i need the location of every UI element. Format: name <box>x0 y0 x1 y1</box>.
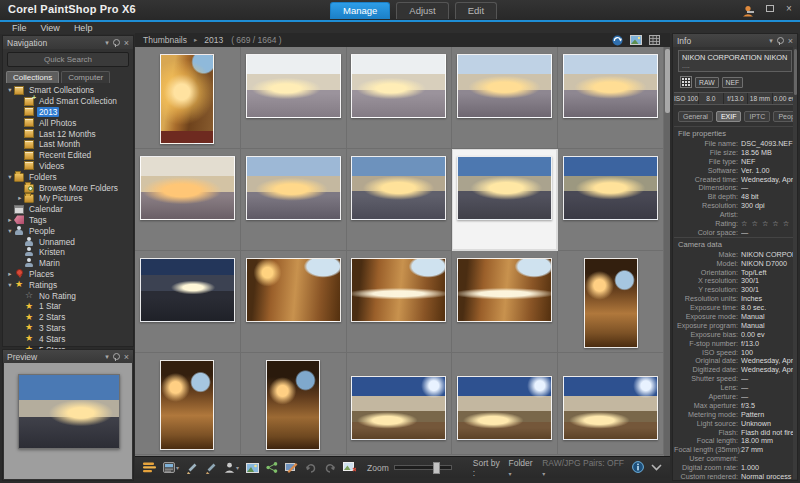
restore-button[interactable] <box>765 4 775 14</box>
close-icon[interactable]: × <box>788 37 793 45</box>
grid-cell-r3c3[interactable] <box>347 251 453 353</box>
grid-scrollbar[interactable] <box>664 47 670 456</box>
photo-thumbnail[interactable] <box>160 360 214 450</box>
tree-item-smart-collections[interactable]: ▾Smart Collections <box>3 85 133 96</box>
tree-item-marin[interactable]: Marin <box>3 258 133 269</box>
photo-thumbnail[interactable] <box>351 376 446 440</box>
tree-item-ratings[interactable]: ▾★Ratings <box>3 279 133 290</box>
tree-item-browse-more-folders[interactable]: Browse More Folders <box>3 182 133 193</box>
grid-cell-r2c2[interactable] <box>241 149 347 251</box>
tree-item-last-month[interactable]: Last Month <box>3 139 133 150</box>
people-tag-icon[interactable]: ▾ <box>224 462 239 473</box>
batch-process-icon[interactable] <box>285 462 298 473</box>
tree-item-places[interactable]: ▸Places <box>3 269 133 280</box>
info-scrollbar[interactable] <box>793 47 797 479</box>
grid-cell-r3c1[interactable] <box>135 251 241 353</box>
tree-item-unnamed[interactable]: Unnamed <box>3 236 133 247</box>
search-input[interactable]: Quick Search <box>7 52 129 67</box>
panel-menu-icon[interactable]: ▾ <box>769 37 773 44</box>
photo-thumbnail[interactable] <box>266 360 320 450</box>
photo-thumbnail[interactable] <box>351 156 446 220</box>
rotate-right-icon[interactable] <box>324 463 336 473</box>
preview-pane-icon[interactable]: ▾ <box>163 462 179 473</box>
tree-item-2-stars[interactable]: ★2 Stars <box>3 312 133 323</box>
tree-item-all-photos[interactable]: All Photos <box>3 117 133 128</box>
grid-cell-r2c5[interactable] <box>558 149 664 251</box>
grid-cell-r1c3[interactable] <box>347 47 453 149</box>
close-button[interactable]: × <box>784 4 794 14</box>
photo-thumbnail[interactable] <box>563 156 658 220</box>
close-icon[interactable]: × <box>124 353 129 361</box>
grid-cell-r1c4[interactable] <box>452 47 558 149</box>
info-tab-iptc[interactable]: IPTC <box>744 111 770 122</box>
photo-thumbnail[interactable] <box>246 258 341 322</box>
tree-item-people[interactable]: ▾People <box>3 225 133 236</box>
tree-item-my-pictures[interactable]: ▸My Pictures <box>3 193 133 204</box>
organizer-palette-icon[interactable] <box>143 462 156 473</box>
nav-tab-computer[interactable]: Computer <box>61 71 110 83</box>
rotate-left-icon[interactable] <box>305 463 317 473</box>
tree-item-kristen[interactable]: Kristen <box>3 247 133 258</box>
tree-item-calendar[interactable]: Calendar <box>3 204 133 215</box>
expander-icon[interactable]: ▾ <box>6 281 14 289</box>
pin-icon[interactable] <box>113 39 120 46</box>
tree-item-2013[interactable]: 2013 <box>3 107 133 118</box>
photo-thumbnail[interactable] <box>457 376 552 440</box>
grid-cell-r2c1[interactable] <box>135 149 241 251</box>
expander-icon[interactable]: ▸ <box>6 216 14 224</box>
thumbnail-mode-icon[interactable] <box>649 35 660 45</box>
breadcrumb-path[interactable]: 2013 <box>204 35 223 45</box>
expander-icon[interactable]: ▸ <box>6 270 14 278</box>
tree-item-tags[interactable]: ▸Tags <box>3 215 133 226</box>
pin-icon[interactable] <box>113 353 120 360</box>
collapse-chevron-icon[interactable] <box>651 463 662 473</box>
photo-thumbnail[interactable] <box>351 258 446 322</box>
photo-thumbnail[interactable] <box>457 156 552 220</box>
grid-cell-r1c2[interactable] <box>241 47 347 149</box>
preview-image[interactable] <box>18 374 120 449</box>
panel-menu-icon[interactable]: ▾ <box>105 353 109 360</box>
tree-item-1-star[interactable]: ★1 Star <box>3 301 133 312</box>
breadcrumb-root[interactable]: Thumbnails <box>143 35 187 45</box>
tree-item-recent-edited[interactable]: Recent Edited <box>3 150 133 161</box>
quick-review-pen2-icon[interactable] <box>205 462 217 474</box>
tab-adjust[interactable]: Adjust <box>396 2 448 19</box>
photo-thumbnail[interactable] <box>457 54 552 118</box>
tree-item-videos[interactable]: Videos <box>3 161 133 172</box>
info-tab-exif[interactable]: EXIF <box>716 111 742 122</box>
grid-cell-r4c3[interactable] <box>347 353 453 455</box>
grid-cell-r1c5[interactable] <box>558 47 664 149</box>
tree-item-3-stars[interactable]: ★3 Stars <box>3 323 133 334</box>
grid-cell-r3c2[interactable] <box>241 251 347 353</box>
panel-menu-icon[interactable]: ▾ <box>105 39 109 46</box>
tree-item-4-stars[interactable]: ★4 Stars <box>3 333 133 344</box>
grid-cell-r3c5[interactable] <box>558 251 664 353</box>
tree-item-last-12-months[interactable]: Last 12 Months <box>3 128 133 139</box>
grid-cell-r2c4[interactable] <box>452 149 558 251</box>
photo-thumbnail[interactable] <box>457 258 552 322</box>
grid-cell-r4c1[interactable] <box>135 353 241 455</box>
photo-thumbnail[interactable] <box>246 156 341 220</box>
grid-cell-r4c4[interactable] <box>452 353 558 455</box>
quick-review-pen-icon[interactable] <box>186 462 198 474</box>
minimize-button[interactable] <box>746 4 756 14</box>
grid-cell-r2c3[interactable] <box>347 149 453 251</box>
tab-edit[interactable]: Edit <box>455 2 497 19</box>
tab-manage[interactable]: Manage <box>330 2 390 19</box>
zoom-slider[interactable] <box>394 465 452 470</box>
grid-cell-r4c5[interactable] <box>558 353 664 455</box>
expander-icon[interactable]: ▸ <box>16 194 24 202</box>
photo-thumbnail[interactable] <box>246 54 341 118</box>
grid-cell-r1c1[interactable] <box>135 47 241 149</box>
grid-cell-r4c2[interactable] <box>241 353 347 455</box>
pin-icon[interactable] <box>777 37 784 44</box>
photo-thumbnail[interactable] <box>140 156 235 220</box>
expander-icon[interactable]: ▾ <box>6 86 14 94</box>
nav-tab-collections[interactable]: Collections <box>6 71 59 83</box>
grid-cell-r3c4[interactable] <box>452 251 558 353</box>
new-collection-icon[interactable] <box>343 462 356 473</box>
raw-jpg-pairs-dropdown[interactable]: RAW/JPG Pairs: OFF ▾ <box>542 458 627 478</box>
photo-thumbnail[interactable] <box>140 258 235 322</box>
tree-item-no-rating[interactable]: ☆No Rating <box>3 290 133 301</box>
tree-item-folders[interactable]: ▾Folders <box>3 171 133 182</box>
